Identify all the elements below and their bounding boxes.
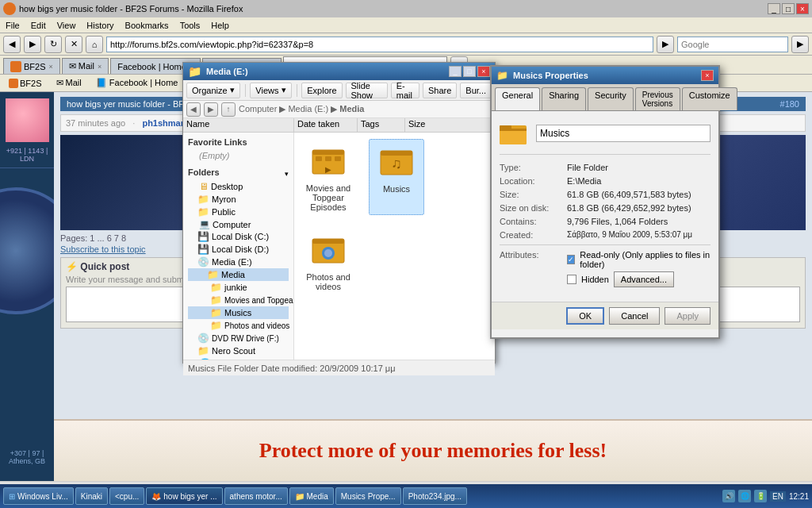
apply-button[interactable]: Apply: [665, 307, 710, 325]
bookmark-bf2s[interactable]: BF2S: [3, 77, 48, 90]
back-btn[interactable]: ◀: [3, 36, 21, 53]
tab-close-bf2s[interactable]: ×: [49, 63, 53, 71]
location-value: E:\Media: [567, 176, 710, 186]
task-athens[interactable]: athens motor...: [224, 487, 288, 505]
cancel-button[interactable]: Cancel: [609, 307, 660, 325]
sidebar-network[interactable]: 🌐 Network: [188, 357, 289, 360]
file-item-photos[interactable]: Photos and videos: [301, 228, 356, 294]
explorer-maximize[interactable]: □: [463, 66, 476, 77]
burn-btn[interactable]: Bur...: [460, 83, 492, 98]
menu-help[interactable]: Help: [209, 20, 232, 31]
explore-btn[interactable]: Explore: [301, 83, 342, 98]
sidebar-junkie[interactable]: 📁 junkie: [188, 281, 289, 294]
slideshow-btn[interactable]: Slide Show: [346, 83, 388, 98]
bookmark-facebook[interactable]: 📘 Facebook | Home: [90, 76, 184, 90]
task-cpu[interactable]: <cpu...: [109, 487, 144, 505]
sidebar-movies[interactable]: 📁 Movies and Topgear: [188, 294, 289, 306]
tab-previous-versions[interactable]: Previous Versions: [635, 87, 680, 110]
exp-forward-btn[interactable]: ▶: [204, 102, 218, 117]
email-btn[interactable]: E-mail: [391, 83, 419, 98]
sidebar-myron[interactable]: 📁 Myron: [188, 193, 289, 206]
sidebar-photos[interactable]: 📁 Photos and videos: [188, 319, 289, 332]
musics-icon: 📁: [210, 307, 222, 318]
tab-mail[interactable]: ✉ Mail ×: [62, 58, 109, 74]
menu-edit[interactable]: Edit: [29, 20, 48, 31]
menu-file[interactable]: File: [3, 20, 22, 31]
search-bar[interactable]: [677, 37, 788, 52]
tab-close-mail[interactable]: ×: [98, 63, 102, 71]
task-media[interactable]: 📁 Media: [289, 487, 334, 505]
task-musics-props[interactable]: Musics Prope...: [335, 487, 401, 505]
sidebar-public[interactable]: 📁 Public: [188, 206, 289, 218]
file-item-movies[interactable]: ▶ Movies and Topgear Episodes: [301, 139, 356, 215]
window-controls[interactable]: _ □ ×: [768, 3, 809, 14]
svg-rect-3: [325, 156, 331, 161]
maximize-btn[interactable]: □: [782, 3, 795, 14]
explorer-close[interactable]: ×: [477, 66, 490, 77]
task-photo[interactable]: Photo234.jpg...: [403, 487, 467, 505]
statusbar-text: Musics File Folder Date modified: 20/9/2…: [188, 364, 396, 373]
tab-customize[interactable]: Customize: [682, 87, 737, 110]
props-window-controls[interactable]: ×: [701, 70, 714, 81]
tab-general[interactable]: General: [495, 87, 540, 110]
minimize-btn[interactable]: _: [768, 3, 780, 14]
bookmark-mail[interactable]: ✉ Mail: [51, 76, 87, 90]
junkie-icon: 📁: [210, 282, 222, 293]
task-forum[interactable]: 🦊 how bigs yer ...: [146, 487, 222, 505]
dvd-icon: 💿: [197, 333, 209, 344]
exp-back-btn[interactable]: ◀: [186, 102, 201, 117]
task-kinaki[interactable]: Kinaki: [75, 487, 108, 505]
sidebar-nero[interactable]: 📁 Nero Scout: [188, 344, 289, 357]
sidebar-desktop[interactable]: 🖥 Desktop: [188, 180, 289, 193]
explorer-window-controls[interactable]: _ □ ×: [449, 66, 490, 77]
menu-history[interactable]: History: [84, 20, 116, 31]
address-bar[interactable]: [106, 37, 653, 52]
task-windows-live[interactable]: ⊞ Windows Liv...: [3, 487, 74, 505]
tab-bf2s[interactable]: BF2S ×: [3, 58, 60, 74]
public-icon: 📁: [197, 206, 209, 217]
organize-btn[interactable]: Organize▾: [186, 83, 240, 98]
sidebar-computer[interactable]: 💻 Computer: [188, 218, 289, 230]
movies-file-icon: ▶: [309, 142, 347, 180]
forward-btn[interactable]: ▶: [24, 36, 41, 53]
ok-button[interactable]: OK: [566, 307, 604, 325]
menu-tools[interactable]: Tools: [178, 20, 203, 31]
file-grid: ▶ Movies and Topgear Episodes ♫ Musi: [301, 139, 488, 294]
search-go-btn[interactable]: ▶: [791, 36, 809, 53]
props-close[interactable]: ×: [701, 70, 714, 81]
sidebar-local-c[interactable]: 💾 Local Disk (C:): [188, 230, 289, 243]
views-btn[interactable]: Views▾: [250, 83, 291, 98]
col-name: Name: [183, 118, 294, 132]
menu-bookmarks[interactable]: Bookmarks: [123, 20, 171, 31]
sidebar-local-d[interactable]: 💾 Local Disk (D:): [188, 243, 289, 256]
hidden-checkbox[interactable]: [567, 275, 576, 284]
readonly-label: Read-only (Only applies to files in fold…: [580, 250, 710, 269]
refresh-btn[interactable]: ↻: [44, 36, 62, 53]
menu-view[interactable]: View: [55, 20, 79, 31]
tray-icon-1: 🔊: [722, 490, 735, 502]
tab-sharing[interactable]: Sharing: [542, 87, 586, 110]
forum-sidebar: +921 | 1143 | LDN +307 | 97 | Athens, GB: [0, 92, 54, 481]
task-icon-wl: ⊞: [9, 492, 15, 501]
advanced-btn[interactable]: Advanced...: [614, 271, 674, 287]
explorer-title: Media (E:): [206, 67, 248, 76]
file-item-musics[interactable]: ♫ Musics: [369, 139, 424, 215]
sidebar-media-e[interactable]: 💿 Media (E:): [188, 256, 289, 268]
close-btn[interactable]: ×: [796, 3, 809, 14]
share-btn[interactable]: Share: [423, 83, 457, 98]
exp-up-btn[interactable]: ↑: [221, 102, 236, 117]
sidebar-media[interactable]: 📁 Media: [188, 268, 289, 281]
sidebar-musics[interactable]: 📁 Musics: [188, 306, 289, 319]
movies-icon: 📁: [210, 294, 222, 306]
explorer-minimize[interactable]: _: [449, 66, 462, 77]
explorer-sidebar: Favorite Links (Empty) Folders ▾ 🖥 Deskt…: [183, 133, 294, 360]
tab-security[interactable]: Security: [588, 87, 634, 110]
props-name-input[interactable]: [536, 125, 710, 142]
readonly-checkbox[interactable]: ✓: [567, 255, 575, 264]
stop-btn[interactable]: ✕: [65, 36, 82, 53]
sidebar-dvd[interactable]: 💿 DVD RW Drive (F:): [188, 332, 289, 344]
go-btn[interactable]: ▶: [657, 36, 674, 53]
home-btn[interactable]: ⌂: [86, 36, 103, 53]
svg-point-12: [324, 249, 332, 257]
folders-header[interactable]: Folders ▾: [188, 167, 289, 180]
